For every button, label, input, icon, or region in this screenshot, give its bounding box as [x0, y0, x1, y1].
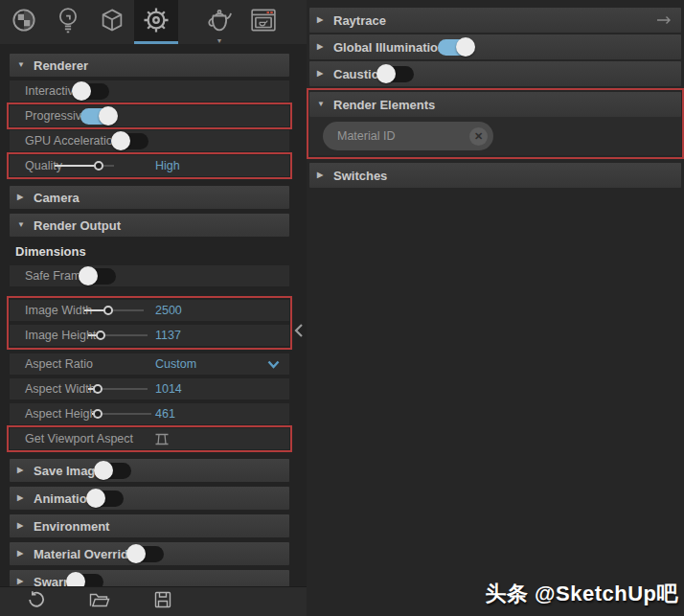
viewport-aspect-icon [154, 433, 170, 445]
progressive-toggle[interactable] [80, 108, 117, 125]
aspect-ratio-row[interactable]: Aspect RatioCustom [10, 354, 289, 375]
toggle-knob [376, 64, 396, 83]
watermark: 头条 @SketchUp吧 [485, 580, 678, 608]
chip-remove-icon[interactable]: ✕ [469, 127, 488, 146]
material-override-toggle[interactable] [127, 546, 164, 562]
switches-label: Switches [333, 169, 387, 183]
aspect-height-row[interactable]: Aspect Height461 [10, 403, 289, 424]
expand-arrow-icon: ▶ [317, 16, 333, 24]
aspect-width-slider[interactable] [88, 378, 148, 399]
environment-label: Environment [34, 519, 109, 534]
settings-gear-icon [141, 5, 171, 39]
group-label-text: Dimensions [15, 244, 86, 259]
slider-handle[interactable] [93, 409, 103, 419]
aspect-height-value: 461 [155, 407, 175, 421]
revert-button[interactable] [27, 590, 46, 613]
aspect-width-value: 1014 [155, 382, 182, 396]
animation-toggle[interactable] [87, 491, 124, 507]
image-width-row[interactable]: Image Width2500 [10, 300, 289, 321]
material-override-section-header[interactable]: ▶Material Override [10, 542, 289, 565]
get-viewport-aspect-row[interactable]: Get Viewport Aspect [10, 428, 289, 449]
toggle-knob [99, 106, 118, 125]
expand-arrow-icon: ▶ [17, 578, 34, 585]
render-output-label: Render Output [34, 218, 121, 233]
toggle-knob [72, 81, 91, 101]
progressive-row[interactable]: Progressive [10, 105, 289, 126]
image-height-row[interactable]: Image Height1137 [10, 325, 289, 346]
arrow-right-icon [656, 15, 672, 25]
camera-section-header[interactable]: ▶Camera [10, 186, 289, 209]
image-height-slider[interactable] [88, 325, 148, 346]
chevron-down-icon[interactable] [267, 360, 280, 369]
expand-arrow-icon: ▶ [17, 550, 34, 558]
save-image-toggle[interactable] [95, 463, 131, 479]
slider-handle[interactable] [93, 384, 103, 394]
render-dropdown-caret-icon[interactable]: ▼ [217, 37, 223, 44]
chip-label: Material ID [337, 129, 395, 143]
materials-sphere-icon [10, 6, 38, 38]
slider-handle[interactable] [96, 331, 105, 340]
gpu-acceleration-toggle[interactable] [112, 133, 148, 149]
bottom-toolbar [0, 586, 307, 616]
toggle-knob [86, 489, 105, 508]
tab-materials[interactable] [2, 0, 46, 44]
render-elements-section-header[interactable]: ▼Render Elements [309, 92, 681, 117]
get-viewport-aspect-label: Get Viewport Aspect [25, 432, 133, 445]
tab-frame-buffer[interactable] [241, 0, 285, 44]
expand-arrow-icon: ▶ [17, 494, 34, 502]
expand-arrow-icon: ▶ [17, 522, 34, 530]
slider-handle[interactable] [94, 161, 103, 171]
render-elements-list: Material ID✕ [309, 117, 681, 155]
render-output-section-header[interactable]: ▼Render Output [10, 214, 289, 237]
collapse-panel-chevron-icon[interactable] [290, 320, 308, 341]
caustics-toggle[interactable] [377, 66, 414, 82]
interactive-toggle[interactable] [73, 83, 109, 100]
global-illumination-section-header[interactable]: ▶Global Illumination [309, 34, 681, 59]
save-button[interactable] [153, 590, 172, 613]
open-button[interactable] [88, 590, 111, 613]
tab-lights[interactable] [46, 0, 90, 44]
interactive-row[interactable]: Interactive [10, 80, 289, 102]
aspect-width-label: Aspect Width [25, 382, 96, 396]
render-settings-panel: ▼ ▼RendererInteractiveProgressiveGPU Acc… [0, 0, 307, 616]
global-illumination-toggle[interactable] [438, 39, 474, 56]
gpu-acceleration-row[interactable]: GPU Acceleration [10, 130, 289, 151]
renderer-label: Renderer [34, 58, 88, 73]
aspect-ratio-value[interactable]: Custom [155, 357, 196, 371]
toggle-knob [79, 266, 98, 285]
toggle-knob [126, 544, 146, 563]
switches-section-header[interactable]: ▶Switches [309, 163, 681, 188]
safe-frame-toggle[interactable] [80, 268, 116, 285]
slider-fill [55, 165, 100, 167]
quality-row[interactable]: QualityHigh [10, 155, 289, 176]
quality-slider[interactable] [55, 155, 114, 176]
advanced-settings-panel: ▶Raytrace▶Global Illumination▶Caustics▼R… [309, 8, 681, 188]
open-folder-icon [88, 590, 111, 613]
raytrace-section-header[interactable]: ▶Raytrace [309, 8, 681, 33]
aspect-width-row[interactable]: Aspect Width1014 [10, 378, 289, 399]
material-override-label: Material Override [34, 547, 135, 561]
slider-handle[interactable] [103, 306, 113, 315]
safe-frame-row[interactable]: Safe Frame [10, 265, 289, 286]
tab-geometry[interactable] [90, 0, 134, 44]
top-toolbar: ▼ [0, 0, 307, 44]
aspect-height-slider[interactable] [92, 403, 151, 424]
image-width-slider[interactable] [84, 300, 144, 321]
tab-render[interactable]: ▼ [197, 0, 241, 44]
caustics-section-header[interactable]: ▶Caustics [309, 61, 681, 86]
chip-material-id[interactable]: Material ID✕ [323, 122, 493, 150]
render-teapot-icon [202, 5, 237, 39]
quality-value: High [155, 159, 180, 172]
camera-label: Camera [34, 191, 80, 205]
renderer-section-header[interactable]: ▼Renderer [10, 54, 289, 77]
raytrace-label: Raytrace [333, 13, 386, 28]
save-image-section-header[interactable]: ▶Save Image [10, 459, 289, 482]
environment-section-header[interactable]: ▶Environment [10, 514, 289, 537]
tab-settings[interactable] [134, 0, 178, 44]
progressive-label: Progressive [25, 109, 88, 123]
light-bulb-icon [56, 6, 80, 38]
settings-list: ▼RendererInteractiveProgressiveGPU Accel… [0, 44, 307, 593]
expand-arrow-icon: ▶ [17, 194, 34, 201]
image-width-label: Image Width [25, 304, 92, 317]
animation-section-header[interactable]: ▶Animation [10, 487, 289, 510]
